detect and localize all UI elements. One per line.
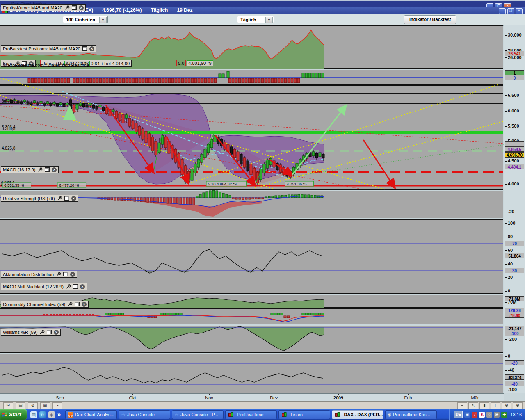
start-button[interactable]: Start xyxy=(0,409,27,420)
wrench-icon[interactable] xyxy=(39,330,45,335)
axis-tick: 80 xyxy=(505,234,513,239)
chevron-down-icon[interactable]: ▼ xyxy=(265,17,273,23)
panel-header-cci: Commodity Channel Index (59) × xyxy=(1,301,89,308)
window-icon[interactable] xyxy=(45,167,50,172)
axis-tick: 60 xyxy=(505,248,513,253)
window-icon[interactable] xyxy=(63,272,68,276)
desktop-icon[interactable]: ◈ xyxy=(48,411,55,418)
panel-header-macd: MACD (16 17 9) × xyxy=(1,166,59,173)
chevron-more-icon[interactable]: » xyxy=(57,411,61,418)
svg-text:6.477,20 *6: 6.477,20 *6 xyxy=(59,183,79,187)
month-label: Mär xyxy=(471,395,479,400)
period-dropdown[interactable]: Täglich ▼ xyxy=(237,16,274,23)
axis-tick: 4.000 xyxy=(505,181,519,186)
wrench-icon[interactable] xyxy=(56,272,61,277)
window-controls[interactable]: _ ❐ × xyxy=(499,7,523,14)
axis-badge: -80 xyxy=(505,381,524,386)
window-icon[interactable] xyxy=(72,5,77,10)
axis-badge: 71,8M xyxy=(505,296,524,301)
panel-header-macdnull: MACD Null Nachlauf (12 26 9) × xyxy=(1,283,87,290)
units-dropdown[interactable]: 100 Einheiten ▼ xyxy=(63,16,108,23)
axis-tick: 30.000 xyxy=(505,32,522,37)
zoom-reset-icon[interactable]: ↑ xyxy=(491,402,500,409)
close-icon[interactable]: × xyxy=(80,284,85,289)
panel-header-williams: Williams %R (59) × xyxy=(1,329,61,336)
taskbar-task-dax-dax-per[interactable]: DAX - DAX (PER... xyxy=(332,410,383,419)
document-icon[interactable]: ▤ xyxy=(30,411,37,418)
realtime-label: Daten sind Realtime xyxy=(48,63,89,68)
axis-tick: 5.500 xyxy=(505,123,519,128)
close-icon[interactable]: × xyxy=(54,330,59,335)
clock: 18:16 xyxy=(510,412,522,417)
window-icon[interactable] xyxy=(75,302,80,306)
close-icon[interactable]: × xyxy=(516,8,523,14)
archive-icon[interactable]: 7 xyxy=(472,412,477,418)
wrench-icon[interactable] xyxy=(66,284,71,289)
toolbar-icon[interactable]: ✉ xyxy=(3,402,13,409)
language-indicator[interactable]: DE xyxy=(454,411,463,418)
taskbar-task-listen[interactable]: Listen xyxy=(278,410,330,419)
month-label: 2009 xyxy=(333,395,343,400)
window-icon[interactable] xyxy=(73,284,78,289)
wrench-icon[interactable] xyxy=(37,167,43,172)
panel-header-positions: ProBacktest Positions: MA5 und MA20 × xyxy=(1,45,96,52)
window-icon[interactable] xyxy=(64,196,69,201)
wrench-icon[interactable] xyxy=(57,196,62,201)
copyright-label: © ProRealTime.com Daten sind Realtime xyxy=(3,63,89,68)
chevron-down-icon[interactable]: ▼ xyxy=(99,17,107,23)
app-toolbar: 100 Einheiten ▼ Täglich ▼ Indikator / Ba… xyxy=(0,14,525,26)
volume-icon[interactable]: ◉ xyxy=(494,412,500,418)
axis-badge: 4.404,1 xyxy=(505,164,524,169)
maximize-icon[interactable]: ❐ xyxy=(507,8,514,14)
taskbar-task-pro-realtime-kris[interactable]: ◉Pro realtime Kris... xyxy=(385,410,437,419)
close-icon[interactable]: × xyxy=(89,46,94,51)
update-icon[interactable]: ◌ xyxy=(486,412,492,418)
toolbar-icon[interactable]: ▦ xyxy=(40,402,50,409)
toolbar-icon[interactable]: ◔ xyxy=(52,402,62,409)
axis-tick: 40 xyxy=(505,261,513,266)
svg-text:4.751,36 *5: 4.751,36 *5 xyxy=(287,182,307,186)
quick-launch: ▤ e ◈ » xyxy=(27,411,64,418)
wrench-icon[interactable] xyxy=(67,302,73,307)
axis-badge xyxy=(505,141,524,146)
indicator-backtest-button[interactable]: Indikator / Backtest xyxy=(404,15,456,24)
time-axis: SepOktNovDez2009FebMär xyxy=(0,393,504,402)
taskbar-task-prorealtime[interactable]: ProRealTime xyxy=(225,410,277,419)
close-icon[interactable]: × xyxy=(82,302,87,307)
axis-badge: -20 xyxy=(505,360,524,365)
axis-tick: 20 xyxy=(505,275,513,280)
wrench-icon[interactable] xyxy=(64,5,70,10)
taskbar-task-java-console[interactable]: ☕Java Console xyxy=(119,410,170,419)
month-label: Dez xyxy=(270,395,278,400)
antivirus-icon[interactable]: K xyxy=(479,412,485,418)
toolbar-icon[interactable]: ⊘ xyxy=(28,402,38,409)
window-icon[interactable] xyxy=(47,330,52,334)
chart-icon[interactable]: ▮ xyxy=(479,402,489,409)
shield-icon[interactable]: ✚ xyxy=(501,412,507,418)
close-icon[interactable]: × xyxy=(52,167,57,172)
month-label: Sep xyxy=(56,395,64,400)
internet-explorer-icon[interactable]: e xyxy=(39,411,46,418)
toolbar-icon[interactable]: ▤ xyxy=(16,402,25,409)
close-icon[interactable]: × xyxy=(71,196,76,201)
cursor-icon[interactable]: ↖ xyxy=(468,402,478,409)
kurs-cursor-readout: 5.0 4.801,90 *9 xyxy=(175,60,215,66)
panel-header-accdist: Akkumulation Distribution × xyxy=(1,271,77,278)
network-icon[interactable]: ▣ xyxy=(464,412,470,418)
window-timeframe: Täglich xyxy=(151,7,168,13)
zoom-out-icon[interactable]: ⊖ xyxy=(502,402,511,409)
month-label: Nov xyxy=(205,395,213,400)
axis-tick: -100 xyxy=(505,387,517,392)
close-icon[interactable]: × xyxy=(70,272,75,277)
taskbar-task-dax-chart-analys[interactable]: 🦊Dax-Chart-Analys... xyxy=(65,410,117,419)
svg-text:6.551,35 *6: 6.551,35 *6 xyxy=(4,183,24,187)
taskbar-task-java-console-p[interactable]: ☕Java Console - P... xyxy=(172,410,224,419)
window-icon[interactable] xyxy=(82,46,87,51)
minimize-icon[interactable]: − xyxy=(457,402,467,409)
axis-badge: 0 xyxy=(505,75,524,80)
minimize-icon[interactable]: _ xyxy=(499,8,506,14)
zoom-in-icon[interactable]: ⊕ xyxy=(513,402,523,409)
chart-area[interactable]: 6.248,84.825,84.309,95.388,55.393,44.034… xyxy=(0,25,504,393)
axis-badge: -63,374 xyxy=(505,374,524,380)
close-icon[interactable]: × xyxy=(79,5,84,10)
